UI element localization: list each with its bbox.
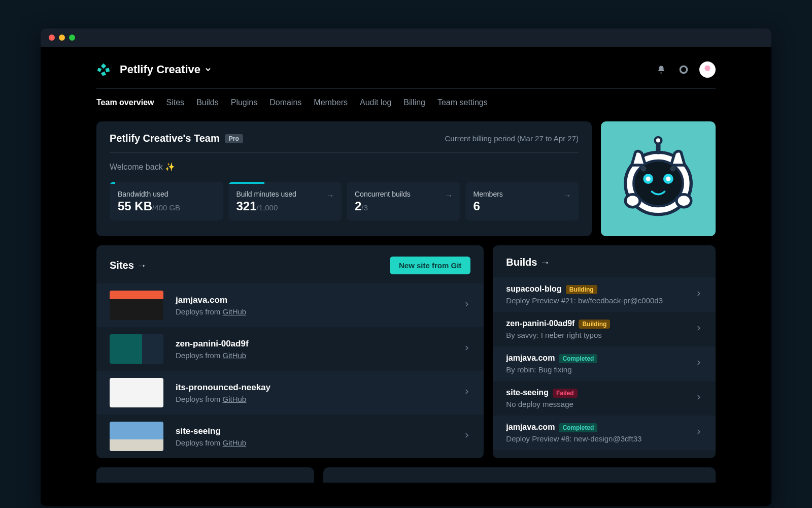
svg-marker-2	[106, 68, 110, 73]
window-max-dot[interactable]	[69, 35, 75, 41]
build-row[interactable]: supacool-blogBuildingDeploy Preview #21:…	[493, 277, 716, 312]
arrow-right-icon: →	[563, 191, 571, 200]
site-thumbnail	[110, 334, 163, 364]
svg-point-16	[676, 195, 691, 207]
status-badge: Completed	[559, 423, 597, 432]
stat-value: 55 KB/400 GB	[118, 198, 215, 213]
status-badge: Completed	[559, 354, 597, 363]
git-source-link[interactable]: GitHub	[223, 351, 247, 360]
site-subtitle: Deploys from GitHub	[176, 395, 270, 403]
tab-team-overview[interactable]: Team overview	[96, 98, 154, 107]
svg-point-12	[666, 177, 670, 181]
build-row[interactable]: site-seeingFailedNo deploy message	[493, 381, 716, 416]
stat-label: Members	[473, 186, 571, 198]
tab-audit-log[interactable]: Audit log	[360, 98, 391, 107]
sites-panel: Sites → New site from Git jamjava.comDep…	[96, 245, 484, 458]
stat-label: Bandwidth used	[118, 186, 215, 198]
stat-card[interactable]: →Members6	[465, 182, 579, 220]
welcome-text: Welcome back ✨	[110, 153, 579, 182]
stat-value: 321/1,000	[236, 198, 334, 213]
stat-value: 2/3	[355, 198, 452, 213]
svg-marker-3	[101, 72, 107, 76]
svg-point-13	[641, 166, 647, 172]
site-row[interactable]: its-pronounced-neekayDeploys from GitHub	[96, 371, 484, 415]
chevron-right-icon	[463, 344, 470, 354]
team-overview-panel: Petlify Creative's Team Pro Current bill…	[96, 121, 592, 236]
site-subtitle: Deploys from GitHub	[176, 307, 246, 316]
stat-value: 6	[473, 198, 571, 213]
stat-label: Concurrent builds	[355, 186, 452, 198]
build-row[interactable]: jamjava.comCompletedDeploy Preview #8: n…	[493, 416, 716, 450]
site-subtitle: Deploys from GitHub	[176, 351, 249, 360]
notifications-icon[interactable]	[652, 60, 671, 79]
build-subtitle: By robin: Bug fixing	[506, 365, 695, 374]
stat-card[interactable]: Bandwidth used55 KB/400 GB	[110, 182, 223, 220]
site-row[interactable]: site-seeingDeploys from GitHub	[96, 415, 484, 458]
tab-domains[interactable]: Domains	[269, 98, 301, 107]
tab-team-settings[interactable]: Team settings	[437, 98, 488, 107]
app-header: Petlify Creative	[96, 47, 716, 89]
build-name: supacool-blog	[506, 284, 561, 293]
builds-panel: Builds → supacool-blogBuildingDeploy Pre…	[493, 245, 716, 458]
help-icon[interactable]	[674, 60, 693, 79]
build-subtitle: No deploy message	[506, 400, 695, 408]
arrow-right-icon: →	[445, 191, 453, 200]
tab-members[interactable]: Members	[314, 98, 348, 107]
team-avatar	[601, 121, 716, 236]
build-name: zen-panini-00ad9f	[506, 319, 574, 328]
stat-card[interactable]: →Concurrent builds2/3	[347, 182, 460, 220]
chevron-right-icon	[695, 428, 702, 437]
status-badge: Building	[566, 285, 597, 294]
site-thumbnail	[110, 291, 163, 320]
tab-builds[interactable]: Builds	[196, 98, 219, 107]
tab-billing[interactable]: Billing	[403, 98, 425, 107]
svg-point-15	[625, 195, 640, 207]
chevron-right-icon	[695, 359, 702, 368]
app-logo	[96, 62, 111, 77]
sites-title[interactable]: Sites →	[110, 260, 147, 271]
svg-point-14	[670, 166, 675, 172]
team-name[interactable]: Petlify Creative	[120, 63, 200, 76]
app-content: Petlify Creative Team overviewSitesBuild…	[41, 47, 771, 506]
site-name: jamjava.com	[176, 295, 246, 305]
overview-title: Petlify Creative's Team	[110, 133, 220, 144]
svg-marker-0	[101, 64, 107, 69]
panel-stub	[96, 467, 314, 483]
svg-marker-1	[97, 68, 102, 73]
site-row[interactable]: zen-panini-00ad9fDeploys from GitHub	[96, 327, 484, 371]
chevron-down-icon[interactable]	[205, 66, 212, 73]
new-site-button[interactable]: New site from Git	[390, 257, 470, 274]
site-thumbnail	[110, 378, 163, 407]
window-close-dot[interactable]	[49, 35, 55, 41]
builds-title[interactable]: Builds →	[506, 257, 550, 268]
status-badge: Building	[579, 320, 610, 329]
stat-label: Build minutes used	[236, 186, 334, 198]
window-titlebar	[41, 28, 771, 47]
nav-tabs: Team overviewSitesBuildsPluginsDomainsMe…	[96, 89, 716, 121]
stat-card[interactable]: →Build minutes used321/1,000	[228, 182, 342, 220]
build-subtitle: By savvy: I neber right typos	[506, 331, 695, 339]
git-source-link[interactable]: GitHub	[223, 395, 247, 403]
build-row[interactable]: jamjava.comCompletedBy robin: Bug fixing	[493, 346, 716, 381]
tab-sites[interactable]: Sites	[166, 98, 185, 107]
user-avatar[interactable]	[699, 61, 716, 78]
git-source-link[interactable]: GitHub	[223, 307, 247, 316]
site-subtitle: Deploys from GitHub	[176, 438, 246, 447]
chevron-right-icon	[695, 290, 702, 299]
svg-point-7	[655, 137, 662, 144]
chevron-right-icon	[463, 388, 470, 397]
chevron-right-icon	[463, 301, 470, 310]
build-row[interactable]: zen-panini-00ad9fBuildingBy savvy: I neb…	[493, 312, 716, 346]
site-thumbnail	[110, 422, 163, 451]
tab-plugins[interactable]: Plugins	[231, 98, 257, 107]
build-name: site-seeing	[506, 388, 549, 397]
arrow-right-icon: →	[326, 191, 334, 200]
window-min-dot[interactable]	[59, 35, 65, 41]
build-subtitle: Deploy Preview #8: new-design@3dft33	[506, 434, 695, 443]
git-source-link[interactable]: GitHub	[223, 438, 247, 447]
status-badge: Failed	[553, 389, 578, 398]
build-name: jamjava.com	[506, 423, 555, 431]
site-row[interactable]: jamjava.comDeploys from GitHub	[96, 283, 484, 327]
site-name: zen-panini-00ad9f	[176, 339, 249, 349]
plan-badge: Pro	[225, 134, 243, 143]
